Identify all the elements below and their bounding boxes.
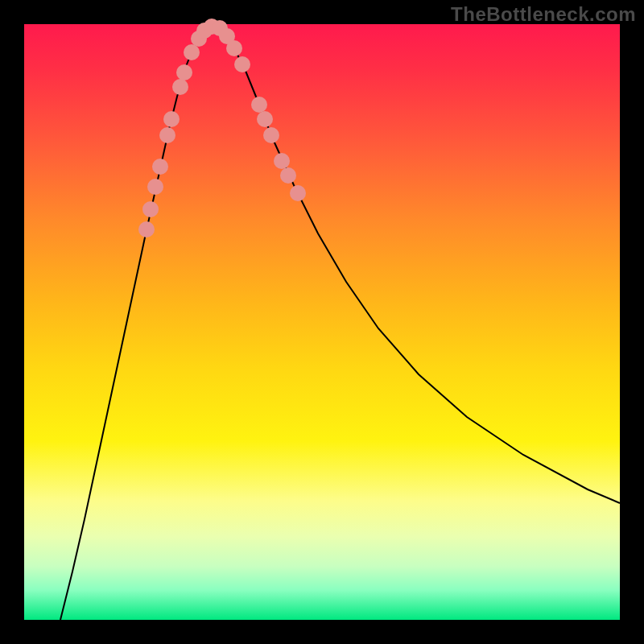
- marker-point: [280, 167, 296, 184]
- marker-point: [226, 40, 242, 56]
- marker-point: [142, 201, 159, 217]
- marker-point: [184, 44, 200, 60]
- marker-point: [251, 97, 267, 113]
- marker-point: [159, 127, 175, 143]
- marker-point: [234, 56, 250, 72]
- marker-point: [257, 111, 273, 127]
- marker-point: [138, 221, 155, 237]
- marker-point: [176, 64, 192, 80]
- marker-point: [172, 79, 188, 95]
- bottleneck-curve: [60, 26, 620, 620]
- marker-point: [263, 127, 279, 143]
- marker-point: [290, 185, 306, 201]
- chart-svg: [24, 24, 620, 620]
- marker-point: [274, 153, 290, 169]
- marker-point: [147, 179, 163, 195]
- highlighted-points: [138, 19, 306, 237]
- watermark-text: TheBottleneck.com: [451, 3, 636, 26]
- chart-frame: TheBottleneck.com: [0, 0, 644, 644]
- marker-point: [152, 159, 168, 175]
- marker-point: [163, 111, 180, 127]
